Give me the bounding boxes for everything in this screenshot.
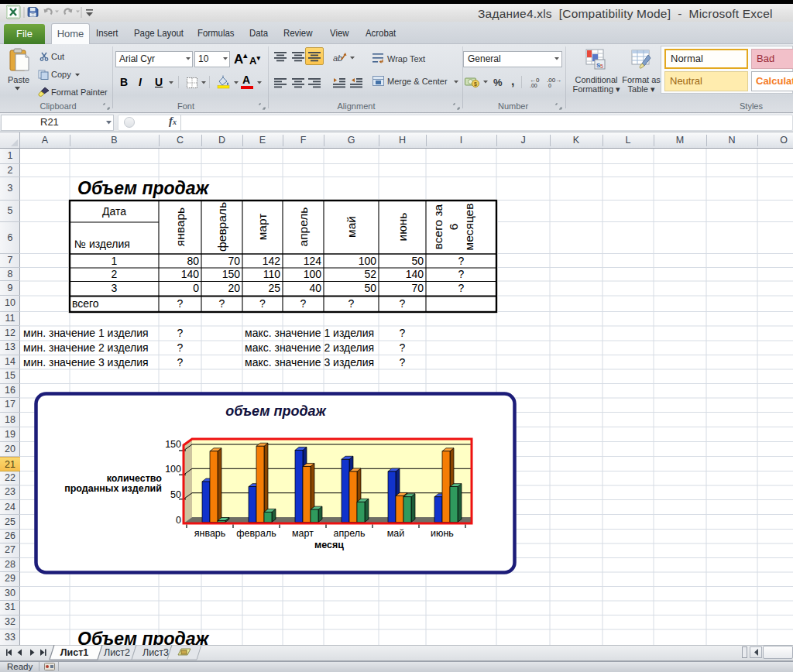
svg-text:ab: ab bbox=[333, 53, 342, 63]
svg-text:апрель: апрель bbox=[333, 528, 365, 539]
svg-text:150: 150 bbox=[165, 439, 181, 450]
svg-text:0: 0 bbox=[176, 515, 181, 526]
svg-text:$: $ bbox=[474, 81, 477, 87]
svg-text:0: 0 bbox=[548, 83, 551, 87]
svg-text:100: 100 bbox=[165, 464, 181, 475]
svg-text:количество: количество bbox=[107, 473, 163, 484]
svg-text:май: май bbox=[387, 528, 405, 539]
svg-text:объем продаж: объем продаж bbox=[225, 403, 327, 419]
svg-text:январь: январь bbox=[194, 528, 226, 539]
svg-text:июнь: июнь bbox=[431, 528, 454, 539]
svg-text:.00: .00 bbox=[530, 83, 537, 87]
svg-text:февраль: февраль bbox=[236, 528, 276, 539]
svg-text:март: март bbox=[292, 528, 314, 539]
svg-text:5: 5 bbox=[600, 63, 603, 69]
svg-text:проданных изделий: проданных изделий bbox=[64, 483, 162, 494]
svg-text:месяц: месяц bbox=[314, 540, 344, 550]
svg-text:50: 50 bbox=[170, 489, 181, 500]
